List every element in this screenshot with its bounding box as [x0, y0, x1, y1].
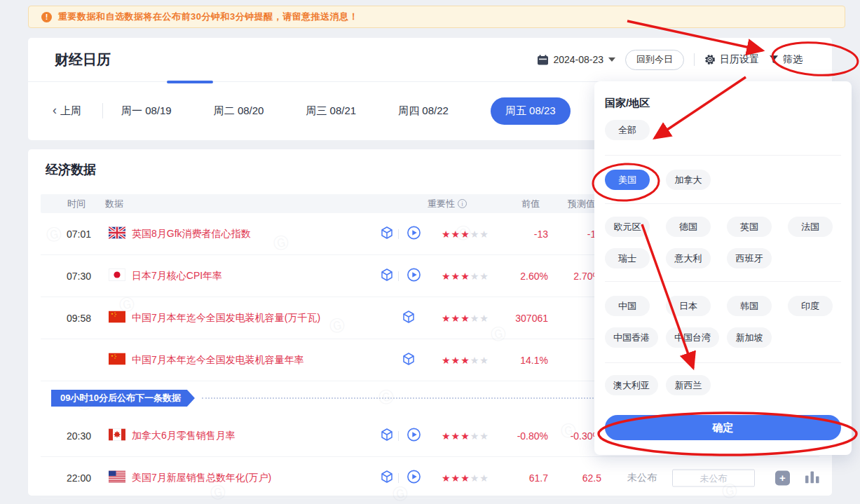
confirm-button[interactable]: 确定	[605, 415, 841, 440]
divider	[694, 53, 695, 66]
event-time: 20:30	[67, 430, 91, 442]
week-tab[interactable]: 周一 08/19	[121, 104, 172, 118]
country-pill[interactable]: 新西兰	[666, 375, 711, 395]
country-flag-icon	[109, 470, 125, 485]
page-title: 财经日历	[55, 50, 111, 69]
country-pill[interactable]: 德国	[666, 217, 711, 237]
country-pill[interactable]: 意大利	[666, 248, 711, 268]
country-pill[interactable]: 中国	[605, 296, 650, 316]
data-cube-icon[interactable]	[402, 352, 416, 369]
country-pill[interactable]: 中国香港	[605, 327, 658, 348]
published-value: 未公布	[573, 472, 657, 484]
divider	[102, 103, 103, 118]
chart-icon[interactable]	[805, 470, 820, 486]
funnel-icon	[769, 55, 779, 64]
col-forecast: 预测值	[568, 198, 595, 210]
calendar-icon	[538, 55, 548, 65]
country-pill[interactable]: 法国	[788, 217, 833, 237]
play-icon[interactable]	[407, 225, 421, 243]
event-time: 07:30	[67, 271, 91, 282]
data-cube-icon[interactable]	[380, 268, 394, 285]
country-flag-icon	[109, 428, 125, 443]
prev-value: 307061	[461, 313, 548, 324]
country-flag-icon	[109, 311, 125, 325]
prev-week-label: 上周	[60, 104, 81, 118]
divider	[398, 229, 399, 239]
calendar-settings-label: 日历设置	[720, 53, 759, 66]
financial-calendar-page: ! 重要数据和自选数据将在公布前30分钟和3分钟提醒，请留意推送消息！ 财经日历…	[0, 0, 860, 504]
country-pill[interactable]: 瑞士	[605, 248, 650, 268]
filter-label: 筛选	[783, 53, 803, 66]
table-row[interactable]: 22:00美国7月新屋销售总数年化(万户)★★★★★61.762.5未公布+	[41, 457, 819, 499]
week-tab[interactable]: 周四 08/22	[398, 104, 449, 118]
event-time: 22:00	[67, 472, 91, 484]
country-pill-all[interactable]: 全部	[605, 120, 650, 140]
date-value: 2024-08-23	[553, 54, 603, 65]
event-name[interactable]: 日本7月核心CPI年率	[132, 270, 222, 282]
caret-down-icon	[608, 57, 615, 62]
back-to-today-button[interactable]: 回到今日	[625, 50, 684, 70]
country-flag-icon	[109, 226, 125, 241]
event-name[interactable]: 中国7月本年迄今全国发电装机容量年率	[132, 354, 304, 367]
date-picker[interactable]: 2024-08-23	[538, 54, 615, 65]
forecast-value: -0.30%	[531, 430, 601, 442]
divider	[398, 473, 399, 483]
gear-icon	[704, 54, 716, 65]
data-cube-icon[interactable]	[380, 470, 394, 486]
col-importance: 重要性i	[428, 198, 467, 210]
divider	[398, 271, 399, 281]
country-pill[interactable]: 新加坡	[727, 327, 772, 348]
published-input[interactable]	[672, 469, 755, 486]
week-tab-active[interactable]: 周五 08/23	[491, 97, 571, 125]
forecast-value: -12	[531, 229, 601, 240]
prev-value: 14.1%	[461, 355, 548, 366]
divider	[398, 431, 399, 441]
country-flag-icon	[109, 353, 125, 367]
forecast-value: 2.70%	[531, 271, 601, 282]
notice-banner: ! 重要数据和自选数据将在公布前30分钟和3分钟提醒，请留意推送消息！	[28, 6, 845, 28]
add-button[interactable]: +	[775, 470, 790, 485]
info-icon[interactable]: i	[458, 199, 467, 208]
week-tab[interactable]: 周三 08/21	[306, 104, 356, 118]
banner-text: 重要数据和自选数据将在公布前30分钟和3分钟提醒，请留意推送消息！	[58, 11, 358, 23]
calendar-settings-button[interactable]: 日历设置	[704, 53, 759, 66]
event-name[interactable]: 加拿大6月零售销售月率	[132, 430, 236, 442]
filter-panel-title: 国家/地区	[605, 97, 841, 110]
country-pill[interactable]: 韩国	[727, 296, 772, 316]
country-pill[interactable]: 澳大利亚	[605, 375, 658, 395]
country-pill[interactable]: 日本	[666, 296, 711, 316]
filter-panel: 国家/地区 全部 美国加拿大 欧元区德国英国法国瑞士意大利西班牙 中国日本韩国印…	[594, 81, 852, 455]
col-time: 时间	[67, 198, 86, 210]
country-pill[interactable]: 中国台湾	[666, 327, 719, 348]
filter-button[interactable]: 筛选	[769, 53, 803, 66]
data-cube-icon[interactable]	[380, 428, 394, 444]
country-pill-selected[interactable]: 美国	[605, 170, 650, 190]
country-pill[interactable]: 西班牙	[727, 248, 772, 268]
play-icon[interactable]	[407, 267, 421, 285]
play-icon[interactable]	[407, 427, 421, 444]
data-cube-icon[interactable]	[402, 310, 416, 327]
country-pill[interactable]: 英国	[727, 217, 772, 237]
play-icon[interactable]	[407, 469, 421, 486]
event-name[interactable]: 美国7月新屋销售总数年化(万户)	[132, 472, 271, 484]
event-name[interactable]: 中国7月本年迄今全国发电装机容量(万千瓦)	[132, 312, 320, 325]
col-prev: 前值	[521, 198, 540, 210]
event-name[interactable]: 英国8月Gfk消费者信心指数	[132, 228, 251, 240]
alert-icon: !	[41, 12, 52, 22]
country-flag-icon	[109, 268, 125, 283]
country-pill[interactable]: 印度	[788, 296, 833, 316]
col-data: 数据	[105, 198, 123, 210]
week-tab[interactable]: 周二 08/20	[214, 104, 264, 118]
country-pill[interactable]: 加拿大	[666, 170, 711, 190]
prev-week-button[interactable]: ‹ 上周	[53, 104, 81, 118]
countdown-pennant: 09小时10分后公布下一条数据	[51, 390, 195, 407]
event-time: 07:01	[67, 229, 91, 240]
chevron-left-icon: ‹	[53, 104, 57, 116]
section-title: 经济数据	[46, 161, 96, 178]
country-pill[interactable]: 欧元区	[605, 217, 650, 237]
data-cube-icon[interactable]	[380, 226, 394, 243]
event-time: 09:58	[67, 313, 91, 324]
